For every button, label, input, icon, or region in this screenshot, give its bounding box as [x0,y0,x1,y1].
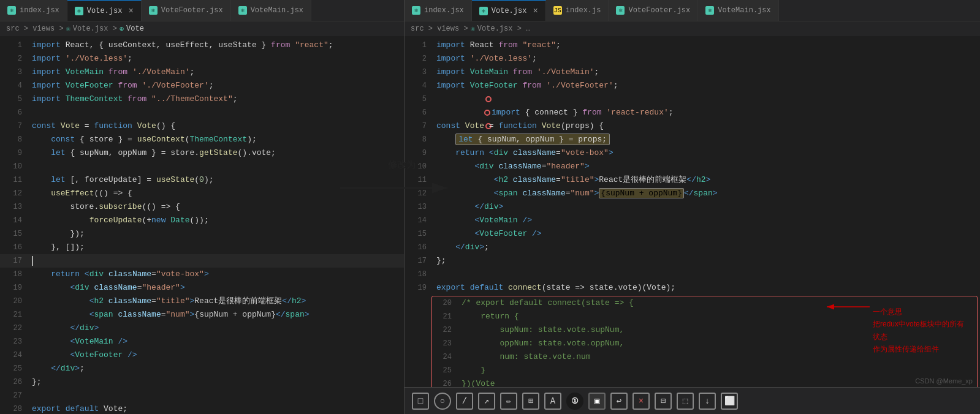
code-line: 11 let [, forceUpdate] = useState(0); [0,173,404,187]
breadcrumb-file: Vote.jsx > … [477,24,530,33]
jsx-icon: ⚛ [412,6,420,15]
code-line: 7 const Vote = function Vote() { [0,119,404,133]
jsx-icon: ⚛ [616,6,625,15]
tab-votefooter-jsx-right[interactable]: ⚛ VoteFooter.jsx [609,0,698,21]
tab-votemain-jsx-right[interactable]: ⚛ VoteMain.jsx [698,0,778,21]
breadcrumb-component-icon: ⚛ [66,24,70,34]
jsx-icon: ⚛ [75,7,83,15]
code-line: 19 <div className="header"> [0,281,404,295]
code-line: 20 <h2 className="title">React是很棒的前端框架</… [0,295,404,308]
tool-minimize-button[interactable]: ⊟ [655,393,672,410]
tool-undo-button[interactable]: ↩ [610,393,628,410]
code-line: 2 import './Vote.less'; [0,52,404,66]
code-line: 2 import './Vote.less'; [405,52,980,66]
tab-label: VoteMain.jsx [718,6,770,15]
code-line: 18 return <div className="vote-box"> [0,268,404,281]
tool-line-button[interactable]: / [456,393,473,410]
right-tab-bar: ⚛ index.jsx ⚛ Vote.jsx × JS index.js ⚛ V… [405,0,980,21]
breadcrumb-current: Vote [126,24,144,33]
breadcrumb-file: Vote.jsx > [73,24,117,33]
tab-label: VoteMain.jsx [251,6,303,15]
code-line: 7 const Vote = function Vote(props) { [405,119,980,133]
code-line: 16 </div>; [405,241,980,254]
tab-index-jsx-left[interactable]: ⚛ index.jsx [0,0,67,21]
tab-votemain-jsx-left[interactable]: ⚛ VoteMain.jsx [231,0,311,21]
tab-index-js-right[interactable]: JS index.js [546,0,609,21]
code-line: 11 <h2 className="title">React是很棒的前端框架</… [405,173,980,187]
jsx-icon: ⚛ [479,7,488,15]
tool-filled-rect-button[interactable]: ▣ [588,393,606,410]
tool-circle-button[interactable]: ○ [434,393,451,410]
right-editor-panel: ⚛ index.jsx ⚛ Vote.jsx × JS index.js ⚛ V… [405,0,980,414]
tab-label: Vote.jsx [87,7,123,15]
jsx-icon: ⚛ [149,6,158,15]
tab-label: index.js [566,6,601,15]
code-line: 28 export default Vote; [0,402,404,414]
code-line: 14 <VoteMain /> [405,214,980,227]
tab-label: index.jsx [20,6,59,15]
code-line: 24 <VoteFooter /> [0,348,404,362]
tab-label: VoteFooter.jsx [161,6,223,15]
annotation-line1: 一个意思 [873,306,971,318]
tool-download-button[interactable]: ↓ [699,393,716,410]
code-line: 15 <VoteFooter /> [405,227,980,241]
tab-label: index.jsx [424,6,464,15]
code-line: 3 import VoteMain from './VoteMain'; [405,66,980,79]
tab-vote-jsx-left[interactable]: ⚛ Vote.jsx × [67,0,142,21]
bottom-toolbar: □ ○ / ↗ ✏ ⊞ A ① ▣ ↩ × ⊟ ⬚ ↓ ⬜ [405,387,980,414]
tab-close-button[interactable]: × [533,6,537,16]
code-line: 5 import ThemeContext from "../ThemeCont… [0,92,404,106]
code-line: 8 let { supNum, oppNum } = props; [405,133,980,146]
code-line: 10 [0,160,404,173]
code-line: 9 let { supNum, oppNum } = store.getStat… [0,146,404,160]
code-line: 17 }; [405,254,980,268]
tab-index-jsx-right[interactable]: ⚛ index.jsx [405,0,472,21]
breadcrumb-text: src > views > [6,24,64,33]
tool-fullscreen-button[interactable]: ⬜ [721,393,738,410]
tool-numbered-button[interactable]: ① [566,393,583,410]
tab-votefooter-jsx-left[interactable]: ⚛ VoteFooter.jsx [142,0,231,21]
code-line: 13 store.subscribe(() => { [0,200,404,214]
code-line: 22 </div> [0,322,404,335]
breadcrumb-component-icon: ⚛ [471,24,475,34]
tool-grid-button[interactable]: ⊞ [522,393,539,410]
code-line: 9 return <div className="vote-box"> [405,146,980,160]
code-line: 19 export default connect(state => state… [405,281,980,295]
tool-text-button[interactable]: A [544,393,561,410]
left-tab-bar: ⚛ index.jsx ⚛ Vote.jsx × ⚛ VoteFooter.js… [0,0,404,21]
code-line: 8 const { store } = useContext(ThemeCont… [0,133,404,146]
tool-delete-button[interactable]: × [632,393,650,410]
code-line: 14 forceUpdate(+new Date()); [0,214,404,227]
right-breadcrumb: src > views > ⚛ Vote.jsx > … [405,21,980,36]
annotation-line2: 把redux中vote板块中的所有状态 [873,318,971,343]
tab-vote-jsx-right[interactable]: ⚛ Vote.jsx × [472,0,546,21]
code-line: 5 import { connect } from 'react-redux'; [405,92,980,106]
tab-label: Vote.jsx [492,7,527,15]
code-line: 6 [0,106,404,119]
js-icon: JS [553,6,562,15]
jsx-icon: ⚛ [238,6,247,15]
code-line: 10 <div className="header"> [405,160,980,173]
tool-pen-button[interactable]: ✏ [500,393,517,410]
breadcrumb-fn-icon: ⊕ [120,24,124,34]
tab-close-button[interactable]: × [128,6,133,16]
code-line: 1 import React, { useContext, useEffect,… [0,39,404,52]
code-line: 25 </div>; [0,362,404,375]
tool-rectangle-button[interactable]: □ [412,393,429,410]
code-line: 23 <VoteMain /> [0,335,404,348]
tool-arrow-button[interactable]: ↗ [478,393,495,410]
code-line: 26 }; [0,375,404,389]
code-line: 13 </div> [405,200,980,214]
code-line: 3 import VoteMain from './VoteMain'; [0,66,404,79]
code-line: 16 }, []); [0,241,404,254]
annotation-line3: 作为属性传递给组件 [873,343,971,355]
left-code-area[interactable]: 1 import React, { useContext, useEffect,… [0,36,404,414]
tool-copy-button[interactable]: ⬚ [677,393,694,410]
code-line: 18 [405,268,980,281]
annotation-arrow-icon [824,301,873,313]
code-line: 4 import VoteFooter from './VoteFooter'; [0,79,404,92]
code-line: 15 }); [0,227,404,241]
code-line: 27 [0,389,404,402]
code-line: 25 } [432,364,977,377]
tab-label: VoteFooter.jsx [628,6,690,15]
